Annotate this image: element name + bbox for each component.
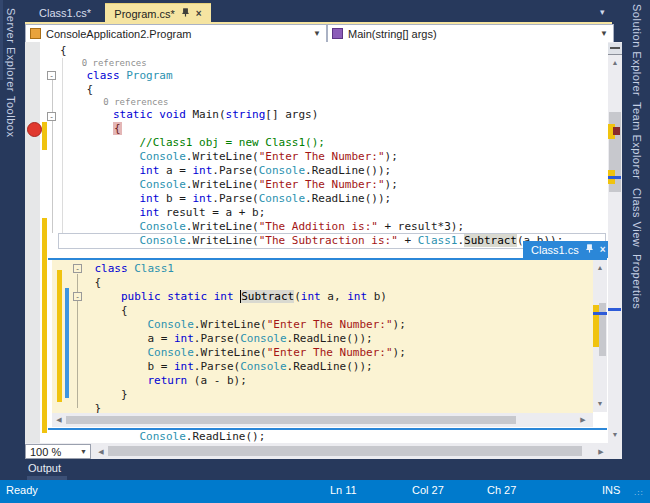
editor-vertical-scrollbar[interactable] xyxy=(608,42,622,443)
code-block-peek[interactable]: class Class1{public static int Subtract(… xyxy=(68,262,588,416)
code-token: int xyxy=(174,360,194,373)
code-token: int xyxy=(139,164,159,177)
editor-hscrollbar-thumb[interactable] xyxy=(108,446,582,456)
member-dropdown[interactable]: Main(string[] args) ▼ xyxy=(327,24,614,43)
scroll-right-icon[interactable]: ▶ xyxy=(596,447,606,457)
code-line[interactable]: } xyxy=(68,388,588,402)
collapse-toggle-icon[interactable]: - xyxy=(47,112,56,121)
code-line[interactable]: int a = int.Parse(Console.ReadLine()); xyxy=(60,164,606,178)
code-token: .WriteLine( xyxy=(186,220,259,233)
code-line[interactable]: int result = a + b; xyxy=(60,206,606,220)
code-line[interactable]: class Class1 xyxy=(68,262,588,276)
code-line[interactable]: { xyxy=(60,44,606,58)
codelens-indicator[interactable]: 0 references xyxy=(60,58,606,69)
scroll-up-icon[interactable]: ▲ xyxy=(608,58,622,68)
code-token: Console xyxy=(139,150,185,163)
tab-class1-label: Class1.cs* xyxy=(39,7,91,19)
code-token: "Enter The Number:" xyxy=(267,318,393,331)
code-line[interactable]: { xyxy=(68,276,588,290)
code-token: return xyxy=(147,374,187,387)
scroll-left-icon[interactable]: ◀ xyxy=(96,447,106,457)
tab-class1[interactable]: Class1.cs* xyxy=(25,3,105,22)
code-token: Console xyxy=(139,430,185,443)
sidebar-item-class-view[interactable]: Class View xyxy=(631,188,643,250)
resize-grip[interactable]: .:: xyxy=(634,488,644,497)
code-line[interactable]: { xyxy=(68,304,588,318)
code-token: Console xyxy=(259,192,305,205)
peek-tab-class1[interactable]: Class1.cs × xyxy=(523,241,619,258)
code-token: .ReadLine()); xyxy=(287,332,373,345)
scrollbar-breakpoint-mark xyxy=(613,127,620,135)
code-line[interactable]: int b = int.Parse(Console.ReadLine()); xyxy=(60,192,606,206)
pin-icon[interactable] xyxy=(181,8,190,19)
code-line[interactable]: { xyxy=(60,122,606,136)
code-token: { xyxy=(121,304,128,317)
chevron-down-icon: ▼ xyxy=(313,29,321,38)
code-token: + result*3); xyxy=(378,220,464,233)
code-token: Console xyxy=(147,346,193,359)
code-line[interactable]: Console.WriteLine("Enter The Number:"); xyxy=(60,150,606,164)
output-panel-title[interactable]: Output xyxy=(28,462,61,474)
close-icon[interactable]: × xyxy=(600,244,606,255)
code-line[interactable]: Console.WriteLine("Enter The Number:"); xyxy=(68,318,588,332)
code-token: ( xyxy=(294,290,301,303)
zoom-level-dropdown[interactable]: 100 % ▼ xyxy=(25,444,91,459)
sidebar-item-properties[interactable]: Properties xyxy=(631,254,643,316)
code-token: "The Addition is:" xyxy=(259,220,378,233)
class-icon xyxy=(30,28,41,39)
close-icon[interactable]: × xyxy=(196,8,202,19)
code-token: b = xyxy=(147,360,174,373)
code-line[interactable]: public static int Subtract(int a, int b) xyxy=(68,290,588,304)
sidebar-item-server-explorer[interactable]: Server Explorer xyxy=(5,8,17,94)
code-line[interactable]: Console.WriteLine("The Addition is:" + r… xyxy=(60,220,606,234)
breakpoint-indicator[interactable] xyxy=(27,122,42,137)
code-token: int xyxy=(347,290,367,303)
code-block-after-peek[interactable]: Console.ReadLine(); xyxy=(60,430,606,444)
code-token: string xyxy=(226,108,266,121)
code-line[interactable]: { xyxy=(60,83,606,97)
code-token: class xyxy=(94,262,127,275)
code-line[interactable]: Console.ReadLine(); xyxy=(60,430,606,444)
code-line[interactable]: //Class1 obj = new Class1(); xyxy=(60,136,606,150)
status-ready: Ready xyxy=(6,484,38,496)
code-line[interactable]: a = int.Parse(Console.ReadLine()); xyxy=(68,332,588,346)
code-line[interactable]: Console.WriteLine("Enter The Number:"); xyxy=(68,346,588,360)
codelens-indicator[interactable]: 0 references xyxy=(60,97,606,108)
code-token: int xyxy=(214,290,234,303)
vs-main-window: Server Explorer Toolbox Solution Explore… xyxy=(0,0,650,503)
split-editor-handle[interactable] xyxy=(608,43,622,55)
document-list-chevron-icon[interactable]: ▾ xyxy=(600,7,605,17)
code-token: //Class1 obj = new Class1(); xyxy=(139,136,324,149)
sidebar-item-toolbox[interactable]: Toolbox xyxy=(5,96,17,152)
code-block-main[interactable]: {0 referencesclass Program{0 referencess… xyxy=(60,44,606,248)
scroll-down-icon[interactable]: ▼ xyxy=(608,430,622,440)
scroll-right-icon[interactable]: ▶ xyxy=(578,415,588,425)
zoom-level-value: 100 % xyxy=(30,446,61,458)
peek-scrollbar-thumb[interactable] xyxy=(599,303,606,356)
code-token: int xyxy=(174,332,194,345)
code-line[interactable]: class Program xyxy=(60,69,606,83)
code-line[interactable]: Console.WriteLine("Enter The Number:"); xyxy=(60,178,606,192)
code-token: .Parse( xyxy=(194,332,240,345)
code-token: int xyxy=(139,192,159,205)
code-token: ); xyxy=(393,346,406,359)
pin-icon[interactable] xyxy=(585,244,594,255)
code-line[interactable]: static void Main(string[] args) xyxy=(60,108,606,122)
code-token: Console xyxy=(147,318,193,331)
collapse-toggle-icon[interactable]: - xyxy=(47,71,56,80)
code-line[interactable]: return (a - b); xyxy=(68,374,588,388)
sidebar-item-solution-explorer[interactable]: Solution Explorer xyxy=(631,4,643,98)
peek-hscrollbar-thumb[interactable] xyxy=(66,416,516,424)
status-line-number: Ln 11 xyxy=(330,484,357,496)
breakpoint-gutter[interactable] xyxy=(25,42,40,443)
sidebar-item-team-explorer[interactable]: Team Explorer xyxy=(631,102,643,184)
type-dropdown[interactable]: ConsoleApplication2.Program ▼ xyxy=(25,24,327,43)
scroll-up-icon[interactable]: ▲ xyxy=(593,263,607,273)
code-token: .ReadLine(); xyxy=(186,430,265,443)
code-token: int xyxy=(301,290,321,303)
scroll-down-icon[interactable]: ▼ xyxy=(593,399,607,409)
code-line[interactable]: b = int.Parse(Console.ReadLine()); xyxy=(68,360,588,374)
tab-program[interactable]: Program.cs* × xyxy=(105,3,211,23)
scroll-left-icon[interactable]: ◀ xyxy=(54,415,64,425)
code-token: b) xyxy=(367,290,387,303)
